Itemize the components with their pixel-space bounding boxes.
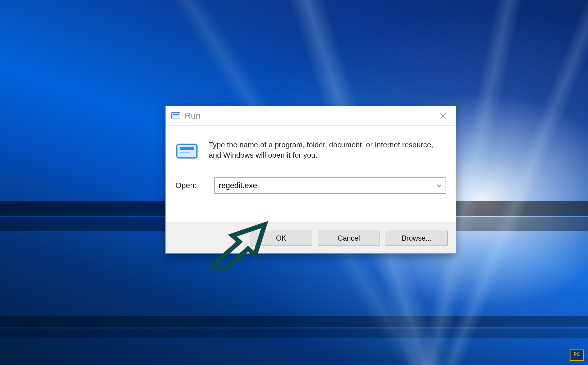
run-dialog-icon	[175, 140, 198, 163]
svg-rect-4	[177, 144, 197, 158]
run-icon	[171, 112, 181, 119]
svg-rect-6	[180, 152, 190, 153]
ok-button[interactable]: OK	[250, 231, 312, 246]
pc-badge: PC	[570, 349, 584, 361]
svg-rect-0	[171, 113, 180, 119]
dialog-body: Type the name of a program, folder, docu…	[166, 126, 456, 202]
close-icon	[439, 112, 447, 119]
titlebar[interactable]: Run	[166, 106, 456, 126]
chevron-down-icon	[436, 184, 442, 188]
browse-button[interactable]: Browse...	[386, 231, 448, 246]
open-label: Open:	[175, 181, 203, 190]
open-input[interactable]	[214, 177, 446, 194]
run-dialog: Run Type the name of a program, folder, …	[165, 106, 456, 254]
bg-stripe	[0, 316, 588, 327]
dialog-button-strip: OK Cancel Browse...	[166, 223, 456, 253]
window-title: Run	[185, 111, 201, 121]
dialog-description: Type the name of a program, folder, docu…	[209, 140, 444, 161]
svg-rect-1	[173, 114, 179, 115]
cancel-button[interactable]: Cancel	[318, 231, 380, 246]
close-button[interactable]	[433, 109, 453, 123]
open-dropdown-button[interactable]	[432, 177, 446, 194]
svg-rect-5	[180, 147, 194, 150]
bg-stripe	[0, 329, 588, 338]
